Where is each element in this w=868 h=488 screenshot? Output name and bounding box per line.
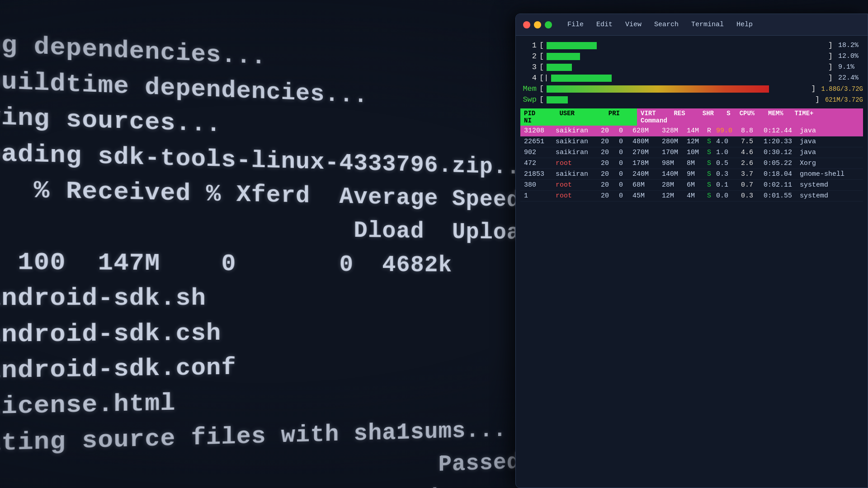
proc-row-5[interactable]: 380 root 20 0 68M 28M 6M S 0.1 0.7 0:02.… [520, 180, 863, 191]
cpu-5: 0.1 [716, 181, 741, 189]
swp-bar [547, 96, 812, 103]
res-0: 328M [662, 127, 687, 135]
s-0: R [707, 127, 716, 135]
menu-search[interactable]: Search [652, 20, 680, 29]
cpu-1-label: 1 [520, 41, 537, 50]
cpu-4-bar [551, 75, 825, 82]
time-5: 0:02.11 [764, 181, 800, 189]
line-9: android-sdk.csh [0, 319, 221, 349]
virt-6: 45M [632, 192, 662, 200]
time-4: 0:18.04 [764, 170, 800, 178]
mem-4: 3.7 [741, 170, 764, 178]
swp-values: 621M/3.72G [825, 96, 863, 103]
cmd-5: systemd [800, 181, 859, 189]
shr-3: 8M [687, 160, 707, 167]
res-1: 280M [662, 138, 687, 145]
process-table: 31208 saikiran 20 0 628M 328M 14M R 99.0… [520, 126, 863, 202]
shr-5: 6M [687, 181, 707, 189]
mem-3: 2.6 [741, 160, 764, 167]
cpu-row-4: 4 [| ] 22.4% [520, 74, 863, 82]
mem-5: 0.7 [741, 181, 764, 189]
virt-4: 240M [632, 170, 662, 178]
htop-body: 1 [ ] 18.2% 2 [ ] 12.0% 3 [ ] 9.1% [516, 36, 868, 202]
cpu-3-pct: 9.1% [838, 63, 863, 71]
user-0: saikiran [556, 127, 601, 135]
pri-6: 20 [601, 192, 619, 200]
virt-5: 68M [632, 181, 662, 189]
pri-0: 20 [601, 127, 619, 135]
close-button[interactable] [523, 21, 530, 28]
ni-6: 0 [619, 192, 632, 200]
proc-row-6[interactable]: 1 root 20 0 45M 12M 4M S 0.0 0.3 0:01.55… [520, 191, 863, 202]
cpu-3-bar [547, 64, 826, 71]
cpu-row-3: 3 [ ] 9.1% [520, 63, 863, 71]
ni-3: 0 [619, 160, 632, 167]
res-5: 28M [662, 181, 687, 189]
proc-header-green: PID USER PRI NI [520, 108, 637, 126]
cpu-2-pct: 12.0% [838, 52, 863, 60]
traffic-lights [523, 21, 552, 28]
s-6: S [707, 192, 716, 200]
mem-2: 4.6 [741, 149, 764, 156]
cpu-row-2: 2 [ ] 12.0% [520, 52, 863, 61]
pri-4: 20 [601, 170, 619, 178]
cpu-1-bar [547, 42, 826, 49]
cmd-1: java [800, 138, 859, 145]
mem-bar [547, 85, 808, 93]
time-2: 0:30.12 [764, 149, 800, 156]
cpu-1-pct: 18.2% [838, 42, 863, 49]
line-11: license.html [0, 390, 176, 422]
pid-0: 31208 [524, 127, 556, 135]
s-1: S [707, 138, 716, 145]
res-2: 170M [662, 149, 687, 156]
proc-row-2[interactable]: 902 saikiran 20 0 270M 170M 10M S 1.0 4.… [520, 147, 863, 158]
ni-4: 0 [619, 170, 632, 178]
cpu-1: 4.0 [716, 138, 741, 145]
menu-edit[interactable]: Edit [594, 20, 614, 29]
cpu-2-bar [547, 53, 826, 60]
pri-5: 20 [601, 181, 619, 189]
pri-3: 20 [601, 160, 619, 167]
menu-view[interactable]: View [623, 20, 643, 29]
proc-row-3[interactable]: 472 root 20 0 178M 98M 8M S 0.5 2.6 0:05… [520, 158, 863, 169]
cpu-6: 0.0 [716, 192, 741, 200]
menu-help[interactable]: Help [735, 20, 755, 29]
maximize-button[interactable] [545, 21, 552, 28]
menu-terminal[interactable]: Terminal [689, 20, 726, 29]
minimize-button[interactable] [534, 21, 541, 28]
res-4: 140M [662, 170, 687, 178]
res-3: 98M [662, 160, 687, 167]
line-2: buildtime dependencies... [0, 67, 368, 109]
ni-5: 0 [619, 181, 632, 189]
pid-6: 1 [524, 192, 556, 200]
pid-1: 22651 [524, 138, 556, 145]
cpu-3: 0.5 [716, 160, 741, 167]
mem-values: 1.88G/3.72G [821, 85, 863, 93]
menu-file[interactable]: File [566, 20, 585, 29]
user-6: root [556, 192, 601, 200]
mem-0: 8.8 [741, 127, 764, 135]
cpu-4-pct: 22.4% [838, 74, 863, 82]
user-1: saikiran [556, 138, 601, 145]
time-6: 0:01.55 [764, 192, 800, 200]
proc-row-1[interactable]: 22651 saikiran 20 0 480M 280M 12M S 4.0 … [520, 136, 863, 147]
line-1: ng dependencies... [0, 31, 266, 71]
time-3: 0:05.22 [764, 160, 800, 167]
proc-row-4[interactable]: 21853 saikiran 20 0 240M 140M 9M S 0.3 3… [520, 169, 863, 180]
menu-bar: File Edit View Search Terminal Help [566, 20, 755, 29]
swp-row: Swp [ ] 621M/3.72G [520, 95, 863, 104]
cpu-4-label: 4 [520, 74, 537, 82]
ni-1: 0 [619, 138, 632, 145]
cpu-2-label: 2 [520, 52, 537, 61]
user-5: root [556, 181, 601, 189]
cpu-3-label: 3 [520, 63, 537, 71]
mem-6: 0.3 [741, 192, 764, 200]
ni-0: 0 [619, 127, 632, 135]
s-3: S [707, 160, 716, 167]
mem-label: Mem [520, 84, 537, 93]
line-8: android-sdk.sh [0, 284, 206, 313]
mem-1: 7.5 [741, 138, 764, 145]
virt-3: 178M [632, 160, 662, 167]
proc-row-0[interactable]: 31208 saikiran 20 0 628M 328M 14M R 99.0… [520, 126, 863, 136]
cmd-3: Xorg [800, 160, 859, 167]
